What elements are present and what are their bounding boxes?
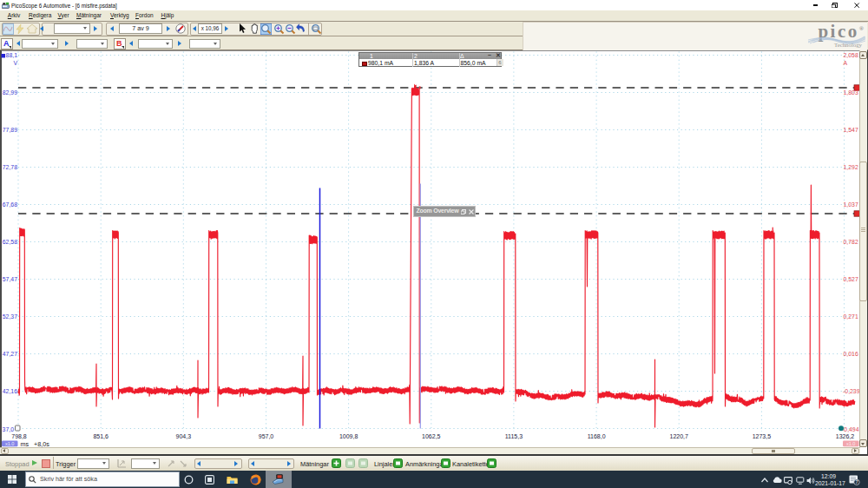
svg-text:72,78: 72,78	[3, 164, 17, 170]
svg-text:1168,0: 1168,0	[588, 433, 606, 439]
svg-text:77,89: 77,89	[3, 127, 17, 133]
svg-text:1220,7: 1220,7	[669, 433, 688, 439]
svg-text:42,16: 42,16	[3, 388, 17, 394]
svg-text:x1.0: x1.0	[846, 441, 856, 446]
svg-text:0,527: 0,527	[844, 276, 858, 282]
svg-text:82,99: 82,99	[3, 89, 17, 96]
svg-text:-0,239: -0,239	[843, 388, 860, 394]
svg-text:x1.0: x1.0	[5, 441, 15, 446]
svg-text:67,68: 67,68	[3, 201, 17, 208]
svg-text:62,58: 62,58	[3, 239, 17, 245]
svg-text:A: A	[844, 60, 848, 66]
svg-text:88,1: 88,1	[6, 52, 18, 58]
svg-text:904,3: 904,3	[176, 433, 192, 439]
svg-text:2,058: 2,058	[844, 52, 858, 58]
svg-text:957,0: 957,0	[259, 433, 274, 439]
svg-text:37,0: 37,0	[3, 426, 15, 432]
svg-text:1,292: 1,292	[844, 164, 858, 170]
svg-text:52,37: 52,37	[3, 313, 17, 320]
svg-text:1062,5: 1062,5	[422, 433, 441, 439]
svg-text:47,27: 47,27	[3, 351, 17, 357]
svg-text:V: V	[13, 60, 17, 66]
svg-text:1273,5: 1273,5	[753, 433, 772, 439]
svg-text:1,037: 1,037	[844, 201, 858, 208]
svg-text:1115,3: 1115,3	[505, 433, 523, 439]
svg-text:0,782: 0,782	[844, 239, 858, 245]
svg-text:0,271: 0,271	[844, 313, 858, 320]
svg-text:7: 7	[855, 479, 858, 485]
svg-text:1326,2: 1326,2	[836, 433, 855, 439]
svg-text:57,47: 57,47	[3, 276, 17, 282]
svg-text:-0,494: -0,494	[842, 426, 859, 432]
svg-text:0,016: 0,016	[844, 351, 858, 357]
svg-text:1009,8: 1009,8	[339, 433, 358, 439]
svg-text:798,8: 798,8	[11, 433, 27, 439]
svg-text:851,6: 851,6	[93, 433, 108, 439]
svg-text:1,803: 1,803	[844, 89, 858, 96]
svg-text:1,547: 1,547	[844, 127, 858, 133]
